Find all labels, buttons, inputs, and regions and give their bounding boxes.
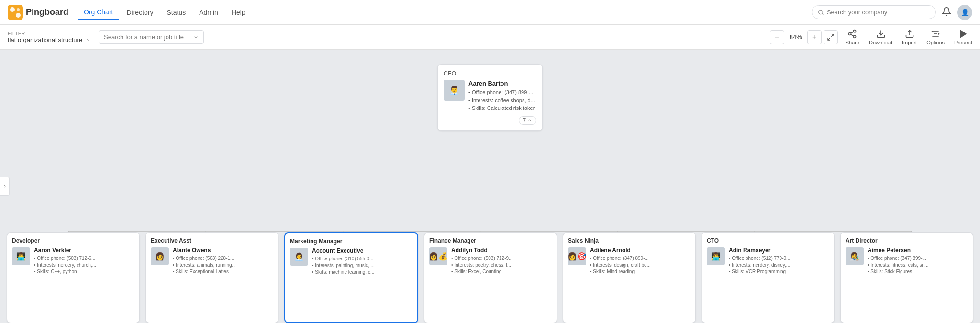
- name-search-input[interactable]: [104, 33, 190, 41]
- import-button[interactable]: Import: [902, 29, 917, 45]
- ceo-detail-2: Interests: coffee shops, d...: [468, 97, 535, 103]
- detail: Office phone: (512) 770-0...: [729, 255, 829, 262]
- svg-point-9: [854, 35, 856, 38]
- ceo-expand: 7: [444, 116, 536, 125]
- notifications-button[interactable]: [942, 7, 951, 18]
- report-name: Addilyn Todd: [451, 247, 552, 254]
- detail: Office phone: (503) 712-9...: [451, 255, 552, 262]
- report-info: Aimee Petersen Office phone: (347) 899-.…: [868, 247, 968, 275]
- svg-line-11: [851, 32, 854, 33]
- search-icon: [818, 9, 824, 16]
- report-card-5[interactable]: CTO 👨‍💻 Adin Ramseyer Office phone: (512…: [702, 232, 835, 323]
- report-card-4[interactable]: Sales Ninja 👩‍🎯 Adilene Arnold Office ph…: [563, 232, 696, 323]
- report-info: Alante Owens Office phone: (503) 228-1..…: [173, 247, 273, 275]
- zoom-out-button[interactable]: −: [770, 30, 784, 44]
- detail: Office phone: (347) 899-...: [868, 255, 968, 262]
- report-card-0[interactable]: Developer 👨‍💻 Aaron Verkler Office phone…: [7, 232, 140, 323]
- report-name: Adilene Arnold: [590, 247, 690, 254]
- report-person: 👩‍🎨 Aimee Petersen Office phone: (347) 8…: [846, 247, 968, 275]
- ceo-name: Aaren Barton: [468, 80, 536, 87]
- global-search-input[interactable]: [827, 9, 930, 16]
- user-avatar[interactable]: 👤: [957, 5, 972, 20]
- report-person: 👩‍🎯 Adilene Arnold Office phone: (347) 8…: [568, 247, 690, 275]
- report-card-1[interactable]: Executive Asst 👩 Alante Owens Office pho…: [145, 232, 278, 323]
- filter-value: flat organizational structure: [8, 36, 82, 43]
- nav-org-chart[interactable]: Org Chart: [78, 5, 119, 20]
- zoom-in-button[interactable]: +: [807, 30, 822, 44]
- report-title: Sales Ninja: [568, 237, 690, 244]
- import-icon: [905, 29, 914, 39]
- report-card-2[interactable]: Marketing Manager 👩‍💼 Account Executive …: [284, 232, 418, 323]
- brand-name: Pingboard: [26, 7, 68, 17]
- share-icon: [847, 29, 857, 39]
- detail: Office phone: (310) 555-0...: [312, 256, 412, 262]
- reports-row: Developer 👨‍💻 Aaron Verkler Office phone…: [0, 232, 980, 323]
- report-avatar: 👨‍💻: [12, 247, 30, 265]
- svg-marker-19: [960, 30, 966, 37]
- detail: Office phone: (503) 712-6...: [34, 255, 134, 262]
- global-search[interactable]: [812, 5, 936, 19]
- report-name: Adin Ramseyer: [729, 247, 829, 254]
- present-label: Present: [954, 40, 972, 45]
- svg-line-6: [828, 38, 830, 40]
- ceo-card[interactable]: CEO 👨‍💼 Aaren Barton Office phone: (347)…: [437, 64, 543, 131]
- nav-help[interactable]: Help: [226, 6, 251, 19]
- report-person: 👩 Alante Owens Office phone: (503) 228-1…: [151, 247, 273, 275]
- nav-links: Org Chart Directory Status Admin Help: [78, 5, 812, 20]
- ceo-expand-button[interactable]: 7: [519, 116, 536, 125]
- report-avatar: 👩‍💰: [429, 247, 447, 265]
- import-label: Import: [902, 40, 917, 45]
- nav-admin[interactable]: Admin: [193, 6, 224, 19]
- detail: Office phone: (503) 228-1...: [173, 255, 273, 262]
- ceo-avatar: 👨‍💼: [444, 80, 465, 101]
- nav-directory[interactable]: Directory: [121, 6, 159, 19]
- svg-point-17: [932, 31, 933, 32]
- action-buttons: Share Download Import Options Prese: [846, 29, 972, 45]
- brand-logo-link[interactable]: Pingboard: [8, 5, 68, 20]
- name-search[interactable]: [99, 30, 204, 44]
- share-label: Share: [846, 40, 859, 45]
- report-info: Addilyn Todd Office phone: (503) 712-9..…: [451, 247, 552, 275]
- zoom-controls: − 84% +: [770, 30, 838, 44]
- svg-point-7: [854, 30, 856, 32]
- report-avatar: 👩‍💼: [290, 248, 308, 266]
- detail: Interests: fitness, cats, sn...: [868, 262, 968, 269]
- detail: Skills: Stick Figures: [868, 269, 968, 275]
- report-avatar: 👩‍🎯: [568, 247, 586, 265]
- fit-button[interactable]: [824, 30, 838, 44]
- filter-dropdown[interactable]: flat organizational structure: [8, 36, 91, 43]
- ceo-title: CEO: [444, 70, 536, 77]
- download-button[interactable]: Download: [869, 29, 892, 45]
- report-title: Art Director: [846, 237, 968, 244]
- nav-status[interactable]: Status: [161, 6, 191, 19]
- ceo-person: 👨‍💼 Aaren Barton Office phone: (347) 899…: [444, 80, 536, 112]
- detail: Skills: Excel, Counting: [451, 269, 552, 275]
- report-name: Alante Owens: [173, 247, 273, 254]
- detail: Interests: painting, music, ...: [312, 262, 412, 269]
- present-button[interactable]: Present: [954, 29, 972, 45]
- download-icon: [876, 29, 886, 39]
- ceo-detail-3: Skills: Calculated risk taker: [468, 105, 535, 111]
- bell-icon: [942, 7, 951, 16]
- chevron-up-icon: [527, 118, 532, 123]
- nav-right: 👤: [812, 5, 972, 20]
- ceo-detail-1: Office phone: (347) 899-...: [468, 89, 533, 95]
- report-card-3[interactable]: Finance Manager 👩‍💰 Addilyn Todd Office …: [424, 232, 557, 323]
- options-button[interactable]: Options: [926, 29, 945, 45]
- options-icon: [931, 29, 940, 39]
- report-name: Account Executive: [312, 248, 412, 254]
- report-avatar: 👩: [151, 247, 169, 265]
- report-title: Marketing Manager: [290, 238, 412, 245]
- detail: Interests: design, craft be...: [590, 262, 690, 269]
- report-person: 👨‍💻 Aaron Verkler Office phone: (503) 71…: [12, 247, 134, 275]
- report-person: 👨‍💻 Adin Ramseyer Office phone: (512) 77…: [707, 247, 829, 275]
- filter-label: FILTER: [8, 31, 91, 36]
- report-card-6[interactable]: Art Director 👩‍🎨 Aimee Petersen Office p…: [840, 232, 973, 323]
- share-button[interactable]: Share: [846, 29, 859, 45]
- sidebar-toggle-button[interactable]: [0, 177, 10, 196]
- filter-section: FILTER flat organizational structure: [8, 31, 91, 43]
- fit-icon: [827, 33, 835, 41]
- report-person: 👩‍💰 Addilyn Todd Office phone: (503) 712…: [429, 247, 552, 275]
- detail: Skills: VCR Programming: [729, 269, 829, 275]
- report-title: CTO: [707, 237, 829, 244]
